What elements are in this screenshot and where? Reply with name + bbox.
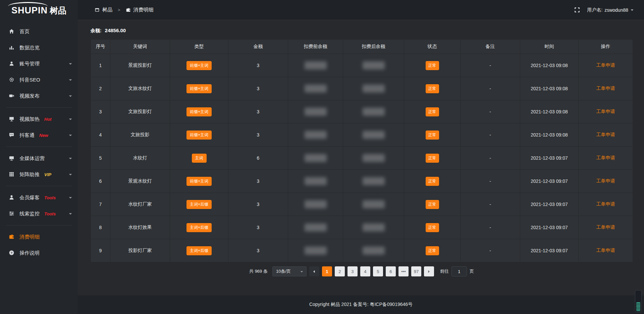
sidebar-item-omni-media[interactable]: 全媒体运营 [0, 150, 78, 166]
chevron-down-icon [68, 94, 72, 98]
table-row: 7 水纹灯厂家 主词+后缀 3 正常 - 2021-12-03 09:07 工单… [91, 193, 633, 216]
chevron-down-icon [68, 62, 72, 66]
sidebar-item-badge: New [39, 133, 48, 138]
table-row: 8 水纹灯效果 主词+后缀 3 正常 - 2021-12-03 09:07 工单… [91, 216, 633, 239]
page-button-3[interactable]: 3 [347, 266, 358, 276]
cell-keyword: 景观水纹灯 [110, 170, 170, 193]
chevron-down-icon [68, 212, 72, 216]
ticket-request-link[interactable]: 工单申请 [596, 62, 615, 68]
sidebar-item-matrix-boost[interactable]: 矩阵助推 VIP [0, 166, 78, 182]
goto-label: 前往 [440, 268, 449, 274]
chevron-down-icon [68, 133, 72, 137]
sidebar-item-account-management[interactable]: 账号管理 [0, 56, 78, 72]
ticket-request-link[interactable]: 工单申请 [596, 86, 615, 91]
cell-index: 9 [91, 239, 110, 262]
sidebar-item-badge: Hot [44, 117, 52, 122]
redacted-balance-after [363, 223, 385, 231]
cell-keyword: 水纹灯效果 [110, 216, 170, 239]
footer: Copyright 树品 2021 备案号: 粤ICP备09019646号 [78, 295, 644, 314]
table-row: 6 景观水纹灯 前缀+主词 3 正常 - 2021-12-03 09:07 工单… [91, 170, 633, 193]
cell-amount: 3 [228, 239, 288, 262]
cell-index: 7 [91, 193, 110, 216]
sidebar-item-home[interactable]: 首页 [0, 23, 78, 40]
table-row: 5 水纹灯 主词 6 正常 - 2021-12-03 09:07 工单申请 [91, 147, 633, 170]
cell-time: 2021-12-03 09:08 [520, 100, 579, 123]
cell-amount: 3 [228, 193, 288, 216]
page-button-4[interactable]: 4 [360, 266, 370, 276]
sidebar-item-video-publish[interactable]: 视频发布 [0, 88, 78, 104]
username-label: 用户名: [587, 7, 602, 13]
type-badge: 主词+后缀 [186, 223, 212, 232]
ticket-request-link[interactable]: 工单申请 [596, 132, 615, 137]
sidebar-item-consumption-details[interactable]: 消费明细 [0, 229, 78, 245]
redacted-balance-before [305, 108, 327, 116]
svg-text:?: ? [11, 251, 13, 255]
type-badge: 前缀+主词 [186, 130, 212, 140]
sidebar-item-badge: Tools [44, 211, 56, 216]
cell-amount: 3 [228, 123, 288, 147]
cell-index: 3 [91, 100, 110, 123]
next-page-button[interactable] [424, 266, 434, 276]
cell-keyword: 水纹灯 [110, 147, 170, 170]
page-button-6[interactable]: 6 [386, 266, 396, 276]
cell-amount: 6 [228, 147, 288, 170]
cell-keyword: 水纹灯厂家 [110, 193, 170, 216]
ticket-request-link[interactable]: 工单申请 [596, 201, 615, 207]
cell-remark: - [461, 77, 520, 100]
main-area: 树品 > 消费明细 用户名: zswodun88 余额: 24856.00 [78, 0, 644, 314]
sidebar-item-douyin-seo[interactable]: 抖音SEO [0, 72, 78, 88]
ticket-request-link[interactable]: 工单申请 [596, 248, 615, 253]
col-status: 状态 [404, 40, 461, 54]
sidebar-item-lead-monitoring[interactable]: 线索监控 Tools [0, 206, 78, 222]
page-button-2[interactable]: 2 [335, 266, 345, 276]
sidebar-item-data-overview[interactable]: 数据总览 [0, 40, 78, 56]
cell-amount: 3 [228, 100, 288, 123]
redacted-balance-before [305, 177, 327, 185]
ticket-request-link[interactable]: 工单申请 [596, 224, 615, 230]
chat-icon [9, 132, 15, 138]
page-button-5[interactable]: 5 [373, 266, 383, 276]
gear-icon [9, 77, 15, 83]
wallet-icon [126, 7, 131, 12]
sidebar-item-douketong[interactable]: 抖客通 New [0, 127, 78, 143]
fullscreen-icon[interactable] [574, 7, 580, 13]
type-badge: 主词+后缀 [186, 246, 212, 255]
sidebar-item-video-heating[interactable]: 视频加热 Hot [0, 111, 78, 127]
chevron-down-icon [68, 117, 72, 121]
status-badge: 正常 [426, 154, 439, 163]
sidebar-item-member-baoke[interactable]: 会员爆客 Tools [0, 190, 78, 206]
cell-keyword: 文旅水纹灯 [110, 77, 170, 100]
page-size-select[interactable]: 10条/页 [272, 266, 307, 276]
page-button-1[interactable]: 1 [322, 266, 332, 276]
cell-remark: - [461, 147, 520, 170]
user-menu[interactable]: 用户名: zswodun88 [587, 7, 634, 13]
goto-page-input[interactable] [451, 266, 467, 276]
type-badge: 前缀+主词 [186, 107, 212, 116]
status-badge: 正常 [426, 61, 439, 70]
type-badge: 前缀+主词 [186, 84, 212, 93]
type-badge: 前缀+主词 [186, 61, 212, 70]
pagination: 共 969 条 10条/页 123456•••97 前往 页 [91, 266, 633, 276]
sidebar-divider [6, 225, 72, 225]
goto-page: 前往 页 [440, 266, 474, 276]
ticket-request-link[interactable]: 工单申请 [596, 178, 615, 184]
cell-index: 2 [91, 77, 110, 100]
col-remark: 备注 [461, 40, 520, 54]
prev-page-button[interactable] [309, 266, 319, 276]
more-pages-button[interactable]: ••• [398, 266, 409, 276]
table-row: 1 景观投影灯 前缀+主词 3 正常 - 2021-12-03 09:08 工单… [91, 54, 633, 77]
redacted-balance-after [363, 61, 385, 69]
page-button-97[interactable]: 97 [411, 266, 421, 276]
ticket-request-link[interactable]: 工单申请 [596, 109, 615, 114]
cell-amount: 3 [228, 216, 288, 239]
topbar-right: 用户名: zswodun88 [574, 7, 634, 13]
wallet-icon [9, 234, 15, 240]
browser-overlay-widget[interactable] [635, 290, 642, 312]
sidebar-item-operation-guide[interactable]: ? 操作说明 [0, 245, 78, 261]
sidebar-item-badge: Tools [44, 195, 56, 200]
page-buttons: 123456•••97 [322, 266, 421, 276]
ticket-request-link[interactable]: 工单申请 [596, 155, 615, 160]
redacted-balance-before [305, 61, 327, 69]
col-amount: 金额 [228, 40, 288, 54]
breadcrumb-item-home[interactable]: 树品 [102, 7, 112, 13]
